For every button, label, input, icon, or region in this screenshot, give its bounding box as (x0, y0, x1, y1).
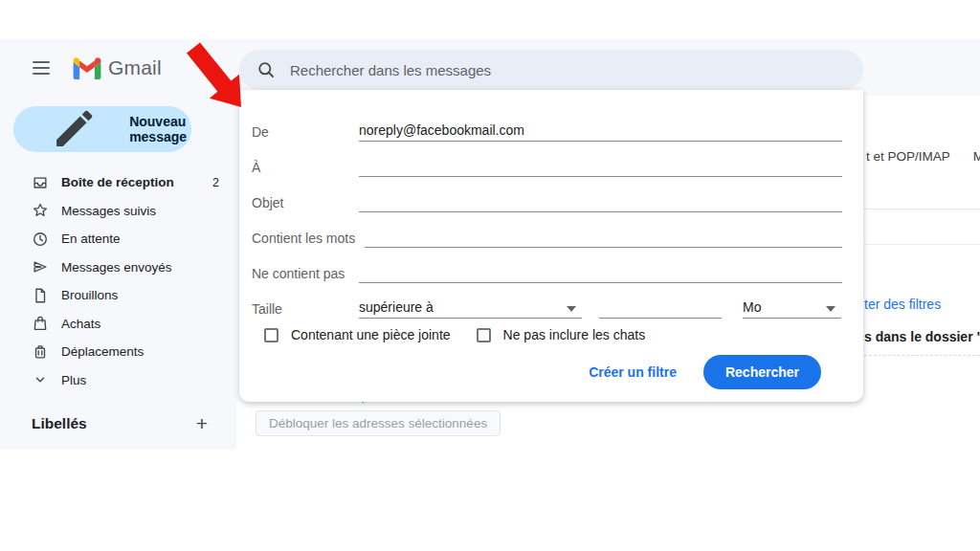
filter-row-to: À (252, 142, 842, 177)
pencil-icon (32, 106, 116, 152)
subject-label: Objet (252, 195, 359, 212)
gmail-wordmark: Gmail (108, 56, 162, 79)
filter-row-size: Taille supérieure à Mo (252, 283, 842, 319)
tab-modules-fragment[interactable]: Mod (973, 149, 980, 164)
sidebar-item-purchases[interactable]: Achats (0, 310, 236, 339)
inbox-icon (32, 174, 49, 191)
gmail-m-icon (73, 56, 101, 79)
sidebar-item-label: Boîte de réception (61, 175, 174, 189)
sidebar-item-inbox[interactable]: Boîte de réception 2 (0, 168, 236, 197)
add-label-icon[interactable]: + (196, 413, 208, 433)
subject-input[interactable] (359, 193, 842, 212)
sidebar-item-label: Plus (61, 373, 86, 387)
from-label: De (252, 124, 359, 142)
gmail-logo: Gmail (73, 56, 162, 79)
sidebar-item-snoozed[interactable]: En attente (0, 225, 236, 253)
size-amount-input[interactable] (599, 299, 722, 319)
dotted-divider (864, 355, 980, 356)
labels-section-header: Libellés + (0, 413, 236, 433)
size-unit-value: Mo (743, 299, 761, 315)
size-label: Taille (252, 301, 359, 319)
search-filter-panel: De noreply@facebookmail.com À Objet Cont… (239, 90, 863, 402)
size-comparator-select[interactable]: supérieure à (359, 299, 582, 319)
settings-divider (864, 244, 980, 245)
sidebar-item-label: Brouillons (61, 288, 118, 302)
sidebar-item-trips[interactable]: Déplacements (0, 338, 236, 366)
sidebar-item-label: Achats (61, 317, 100, 331)
has-attachment-checkbox[interactable] (264, 328, 278, 342)
filter-row-has-words: Contient les mots (252, 212, 842, 248)
sidebar-item-starred[interactable]: Messages suivis (0, 197, 236, 226)
exclude-chats-checkbox[interactable] (477, 328, 491, 342)
compose-button[interactable]: Nouveau message (13, 106, 191, 152)
chevron-down-icon (32, 371, 49, 388)
import-filters-link-fragment[interactable]: ter des filtres (864, 297, 941, 312)
from-input[interactable]: noreply@facebookmail.com (359, 122, 842, 142)
search-button[interactable]: Rechercher (703, 355, 821, 389)
filter-row-from: De noreply@facebookmail.com (252, 106, 842, 142)
search-bar[interactable]: Rechercher dans les messages (239, 50, 863, 90)
sidebar-nav: Boîte de réception 2 Messages suivis En … (0, 168, 236, 394)
unblock-selected-button[interactable]: Débloquer les adresses sélectionnées (256, 410, 501, 436)
excludes-label: Ne contient pas (252, 266, 359, 283)
filter-row-subject: Objet (252, 177, 842, 212)
size-unit-select[interactable]: Mo (743, 299, 841, 319)
filter-checkbox-row: Contenant une pièce jointe Ne pas inclur… (252, 327, 842, 342)
compose-label: Nouveau message (129, 114, 191, 144)
sidebar-item-label: En attente (61, 231, 121, 246)
sidebar-item-drafts[interactable]: Brouillons (0, 281, 236, 310)
search-icon (256, 60, 276, 79)
menu-icon[interactable] (29, 57, 54, 78)
filter-actions-row: Créer un filtre Rechercher (252, 355, 842, 389)
tab-transfert-pop-imap-fragment[interactable]: t et POP/IMAP (866, 149, 950, 164)
clock-icon (32, 231, 49, 248)
sidebar: Gmail Nouveau message Boîte de réception… (0, 39, 236, 450)
sidebar-item-more[interactable]: Plus (0, 366, 236, 395)
blocked-addresses-text-fragment: s dans le dossier "Sp (864, 329, 980, 344)
create-filter-button[interactable]: Créer un filtre (589, 364, 677, 380)
labels-heading: Libellés (32, 415, 87, 432)
to-input[interactable] (359, 158, 842, 177)
size-comparator-value: supérieure à (359, 299, 434, 315)
sidebar-item-label: Déplacements (61, 344, 144, 359)
sidebar-item-sent[interactable]: Messages envoyés (0, 253, 236, 282)
dropdown-caret-icon (826, 306, 835, 312)
has-words-input[interactable] (365, 229, 842, 248)
excludes-input[interactable] (359, 264, 842, 283)
send-icon (32, 258, 49, 276)
sidebar-item-label: Messages envoyés (61, 260, 172, 275)
filter-row-excludes: Ne contient pas (252, 248, 842, 283)
inbox-unread-count: 2 (212, 176, 219, 189)
has-words-label: Contient les mots (252, 231, 365, 248)
draft-icon (32, 287, 49, 304)
search-input[interactable]: Rechercher dans les messages (290, 62, 491, 78)
settings-tabs-fragment: t et POP/IMAPMod (866, 149, 980, 164)
exclude-chats-label[interactable]: Ne pas inclure les chats (503, 327, 646, 342)
star-icon (32, 202, 49, 219)
luggage-icon (32, 343, 49, 361)
to-label: À (252, 160, 359, 177)
dropdown-caret-icon (567, 306, 576, 312)
has-attachment-label[interactable]: Contenant une pièce jointe (291, 327, 451, 342)
shopping-bag-icon (32, 315, 49, 332)
sidebar-item-label: Messages suivis (61, 204, 156, 218)
settings-divider (864, 209, 980, 209)
